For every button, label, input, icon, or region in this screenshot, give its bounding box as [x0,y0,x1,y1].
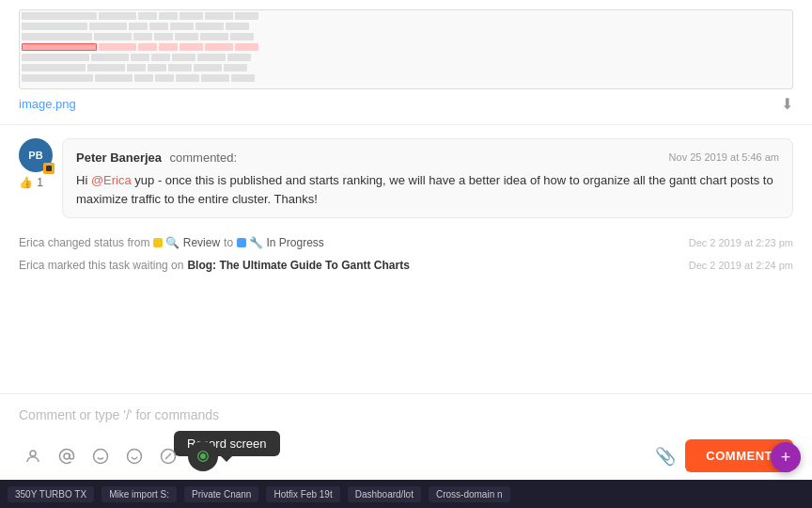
taskbar-item-4[interactable]: Dashboard/lot [348,486,421,502]
taskbar-item-1[interactable]: Mike import S: [102,486,177,502]
avatar-badge [43,163,55,174]
fab-button[interactable]: + [771,442,801,472]
commenter-name: Peter Banerjea [76,151,162,165]
activity-item-2: Erica marked this task waiting on Blog: … [0,254,812,277]
task-link[interactable]: Blog: The Ultimate Guide To Gantt Charts [187,259,409,272]
like-button[interactable]: 👍 1 [19,176,43,189]
emoji-face-icon[interactable] [86,442,115,470]
comment-section: PB 👍 1 Peter Banerjea commented: Nov 25 … [0,125,812,231]
image-footer: image.png ⬇ [19,95,793,113]
svg-point-0 [30,451,36,456]
smiley-icon[interactable] [120,442,148,470]
slash-icon[interactable] [154,442,182,470]
mention-erica[interactable]: @Erica [91,173,132,187]
svg-point-1 [64,453,70,459]
status-from: 🔍 Review [153,236,220,249]
status-dot-yellow [153,238,163,247]
image-section: image.png ⬇ [0,0,812,125]
person-icon[interactable] [19,442,47,470]
main-container: image.png ⬇ PB 👍 1 Peter Banerjea commen… [0,0,812,508]
taskbar: 350Y TURBO TX Mike import S: Private Cna… [0,480,812,508]
taskbar-item-2[interactable]: Private Cnann [184,486,258,502]
svg-point-2 [94,449,108,463]
comment-action: commented: [170,151,238,165]
taskbar-item-5[interactable]: Cross-domain n [429,486,510,502]
comment-text: Hi @Erica yup - once this is published a… [76,171,779,208]
status-dot-blue [237,238,246,247]
comment-toolbar: 📎 COMMENT [19,439,793,472]
avatar: PB [19,138,53,172]
taskbar-item-3[interactable]: Hotfix Feb 19t [266,486,339,502]
attach-icon[interactable]: 📎 [655,446,676,467]
comment-header: Peter Banerjea commented: Nov 25 2019 at… [76,149,779,166]
comment-bubble: Peter Banerjea commented: Nov 25 2019 at… [62,138,793,218]
thumbs-up-icon: 👍 [19,176,33,189]
at-icon[interactable] [53,442,81,470]
taskbar-item-0[interactable]: 350Y TURBO TX [8,486,94,502]
status-to: 🔧 In Progress [237,236,324,249]
activity-item-1: Erica changed status from 🔍 Review to 🔧 … [0,231,812,254]
comment-placeholder[interactable]: Comment or type '/' for commands [19,404,793,432]
image-filename[interactable]: image.png [19,97,76,111]
record-screen-icon[interactable] [188,441,218,471]
toolbar-left [19,441,218,471]
svg-point-11 [200,453,205,458]
activity-time-2: Dec 2 2019 at 2:24 pm [689,260,793,271]
download-icon[interactable]: ⬇ [781,95,793,113]
spreadsheet-preview [19,9,793,89]
comment-input-area: Comment or type '/' for commands Record … [0,393,812,480]
svg-point-5 [128,449,142,463]
comment-timestamp: Nov 25 2019 at 5:46 am [669,151,779,163]
activity-time-1: Dec 2 2019 at 2:23 pm [689,237,793,248]
svg-line-9 [165,453,171,459]
